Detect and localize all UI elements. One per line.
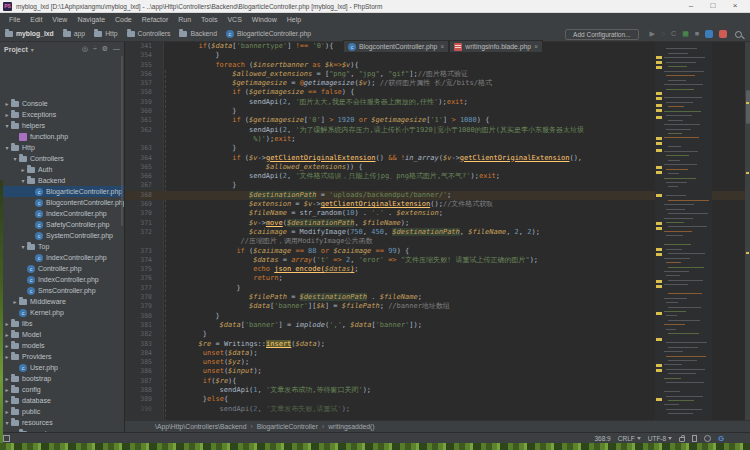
line-number[interactable]: 362	[125, 126, 158, 135]
code-minimap[interactable]	[655, 42, 712, 420]
line-number[interactable]: 388	[125, 386, 158, 395]
tree-collapse-arrow-icon[interactable]: ▸	[11, 298, 19, 305]
tree-item-Model[interactable]: ▸Model	[0, 329, 124, 340]
line-number[interactable]: 380	[125, 312, 158, 321]
tree-item-IndexController.php[interactable]: cIndexController.php	[0, 208, 124, 219]
editor-scrollbar[interactable]	[745, 42, 750, 420]
search-everywhere-icon[interactable]	[735, 31, 742, 38]
line-number[interactable]: 376	[125, 274, 158, 283]
tree-item-resources[interactable]: ▾resources	[0, 417, 124, 428]
breadcrumb-item[interactable]: Controllers	[127, 30, 171, 37]
line-number[interactable]: 357	[125, 79, 158, 88]
line-number[interactable]: 366	[125, 172, 158, 181]
line-number[interactable]: 387	[125, 377, 158, 386]
plugin-blue-icon[interactable]	[705, 30, 713, 38]
breadcrumb-item[interactable]: cBlogarticleController.php	[226, 30, 311, 38]
tree-item-public[interactable]: ▸public	[0, 406, 124, 417]
tree-item-BlogarticleController.php[interactable]: cBlogarticleController.php	[0, 186, 124, 197]
bottom-breadcrumb-item[interactable]: writingsadded()	[328, 423, 374, 430]
tree-collapse-arrow-icon[interactable]: ▸	[3, 386, 11, 393]
tree-collapse-arrow-icon[interactable]: ▸	[19, 166, 27, 173]
breadcrumb-item[interactable]: myblog_lxd	[5, 30, 54, 37]
scrollbar-thumb[interactable]	[746, 90, 750, 124]
bottom-breadcrumb-item[interactable]: \App\Http\Controllers\Backend	[155, 423, 246, 430]
tree-item-Backend[interactable]: ▾Backend	[0, 175, 124, 186]
tree-item-BlogcontentController.php[interactable]: cBlogcontentController.php	[0, 197, 124, 208]
locate-icon[interactable]: ◎	[82, 45, 88, 53]
tree-item-Top[interactable]: ▾Top	[0, 241, 124, 252]
tree-expand-arrow-icon[interactable]: ▾	[3, 144, 11, 151]
tree-expand-arrow-icon[interactable]: ▾	[19, 177, 27, 184]
translate-g-icon[interactable]: G	[718, 434, 724, 443]
line-number[interactable]: 384	[125, 349, 158, 358]
tree-expand-arrow-icon[interactable]: ▾	[19, 243, 27, 250]
debug-icon[interactable]: ◌	[661, 26, 665, 42]
menu-vcs[interactable]: VCS	[222, 16, 246, 23]
line-number[interactable]: 390	[125, 405, 158, 414]
tree-collapse-arrow-icon[interactable]: ▸	[3, 320, 11, 327]
tree-item-Console[interactable]: ▸Console	[0, 98, 124, 109]
menu-code[interactable]: Code	[110, 16, 137, 23]
line-number[interactable]: 374	[125, 256, 158, 265]
line-number[interactable]: 383	[125, 340, 158, 349]
tree-collapse-arrow-icon[interactable]: ▸	[3, 111, 11, 118]
line-number[interactable]: 371	[125, 219, 158, 228]
line-number[interactable]: 381	[125, 321, 158, 330]
menu-help[interactable]: Help	[282, 16, 306, 23]
collapse-all-icon[interactable]: ÷	[93, 45, 97, 53]
menu-tools[interactable]: Tools	[196, 16, 222, 23]
tree-item-Http[interactable]: ▾Http	[0, 142, 124, 153]
tab-writingsinfo.blade.php[interactable]: writingsinfo.blade.php×	[449, 40, 543, 53]
tree-item-bootstrap[interactable]: ▸bootstrap	[0, 373, 124, 384]
line-number[interactable]	[125, 135, 158, 144]
line-number[interactable]: 367	[125, 181, 158, 190]
line-number[interactable]: 373	[125, 247, 158, 256]
project-panel-title[interactable]: Project	[4, 46, 28, 53]
line-number[interactable]: 385	[125, 358, 158, 367]
line-number[interactable]: 341	[125, 42, 158, 51]
line-number[interactable]: 368	[125, 191, 158, 200]
tree-item-models[interactable]: ▸models	[0, 340, 124, 351]
hide-panel-icon[interactable]: —	[113, 45, 120, 53]
document-icon[interactable]	[692, 435, 697, 442]
tree-item-SystemController.php[interactable]: cSystemController.php	[0, 230, 124, 241]
close-icon[interactable]: ×	[440, 43, 444, 50]
tree-item-helpers[interactable]: ▾helpers	[0, 120, 124, 131]
menu-edit[interactable]: Edit	[25, 16, 47, 23]
tree-collapse-arrow-icon[interactable]: ▸	[3, 342, 11, 349]
lock-icon[interactable]	[679, 437, 685, 442]
tool-window-toggle-icon[interactable]	[3, 435, 10, 442]
coverage-icon[interactable]: C	[671, 26, 676, 42]
tree-item-SafetyController.php[interactable]: cSafetyController.php	[0, 219, 124, 230]
menu-refactor[interactable]: Refactor	[137, 16, 173, 23]
plugin-red-icon[interactable]	[719, 30, 727, 38]
line-number[interactable]: 356	[125, 70, 158, 79]
tree-item-libs[interactable]: ▸libs	[0, 318, 124, 329]
tree-item-Controllers[interactable]: ▾Controllers	[0, 153, 124, 164]
breadcrumb-item[interactable]: Backend	[179, 30, 216, 37]
tree-collapse-arrow-icon[interactable]: ▸	[3, 100, 11, 107]
line-number[interactable]: 382	[125, 330, 158, 339]
line-number[interactable]: 365	[125, 163, 158, 172]
breadcrumb-item[interactable]: app	[63, 30, 85, 37]
line-number[interactable]: 386	[125, 367, 158, 376]
tree-item-Kernel.php[interactable]: cKernel.php	[0, 307, 124, 318]
menu-window[interactable]: Window	[247, 16, 282, 23]
tree-item-User.php[interactable]: cUser.php	[0, 362, 124, 373]
tree-collapse-arrow-icon[interactable]: ▸	[3, 408, 11, 415]
line-number[interactable]: 372	[125, 228, 158, 237]
tree-item-config[interactable]: ▸config	[0, 384, 124, 395]
tree-collapse-arrow-icon[interactable]: ▸	[3, 331, 11, 338]
file-encoding[interactable]: UTF-8	[648, 435, 672, 442]
line-number[interactable]: 363	[125, 144, 158, 153]
tree-expand-arrow-icon[interactable]: ▾	[11, 155, 19, 162]
tree-item-Providers[interactable]: ▸Providers	[0, 351, 124, 362]
line-number[interactable]: 359	[125, 98, 158, 107]
minimize-button[interactable]: –	[680, 0, 702, 13]
line-number[interactable]: 370	[125, 209, 158, 218]
close-button[interactable]: ×	[724, 0, 746, 13]
menu-run[interactable]: Run	[173, 16, 196, 23]
tree-scrollbar[interactable]	[121, 56, 123, 226]
tree-expand-arrow-icon[interactable]: ▾	[3, 419, 11, 426]
menu-navigate[interactable]: Navigate	[72, 16, 110, 23]
